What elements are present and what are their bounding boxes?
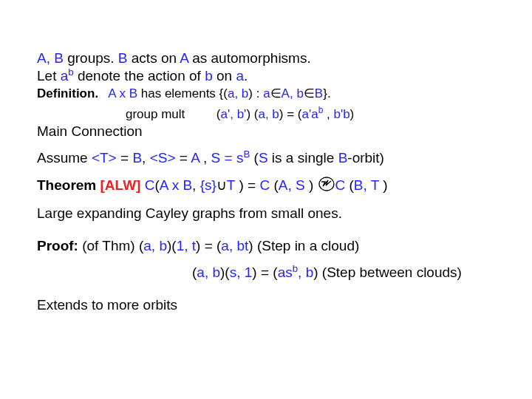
text: A x B (108, 86, 137, 100)
text: 1, t (177, 238, 196, 253)
text: C (140, 177, 154, 193)
text: A (180, 50, 192, 66)
text: , (142, 150, 150, 166)
text: ) = ( (196, 238, 221, 253)
text: a (61, 68, 69, 83)
text: ) = ( (279, 107, 302, 121)
text: ∈ (270, 86, 282, 100)
text: B (118, 50, 132, 66)
text: C (259, 177, 273, 193)
line-main-connection: Main Connection (37, 123, 502, 140)
text: b (205, 68, 216, 83)
text: a (263, 86, 270, 100)
text: , (192, 177, 200, 193)
zigzag-icon (318, 177, 335, 195)
text: ) = (239, 177, 259, 193)
text: ) = ( (252, 265, 277, 280)
text: a, b (143, 238, 167, 253)
text: )( (220, 265, 230, 280)
text: <T> (92, 150, 117, 166)
text: , b (298, 265, 313, 280)
text: B (243, 149, 250, 160)
text: ∪ (216, 177, 227, 193)
text: is a single (268, 150, 338, 166)
text: b (68, 66, 73, 78)
text: Extends to more orbits (37, 297, 177, 313)
line-large-expanding: Large expanding Cayley graphs from small… (37, 205, 502, 222)
text: a'a (301, 107, 318, 121)
slide-content: A, B groups. B acts on A as automorphism… (0, 0, 532, 399)
line-definition: Definition. A x B has elements {(a, b) :… (37, 86, 502, 101)
text: B, T (354, 177, 383, 193)
text: group mult (126, 107, 185, 121)
text: a, b (197, 265, 220, 280)
text: <S> (150, 150, 176, 166)
line-extends: Extends to more orbits (37, 297, 502, 313)
text: groups. (67, 50, 118, 66)
text: [ALW] (96, 177, 140, 193)
text: Definition. (37, 86, 98, 100)
text: T (227, 177, 239, 193)
text: denote the action of (74, 68, 205, 83)
text: a, bt (221, 238, 248, 253)
text: a (236, 68, 244, 83)
text: Proof: (37, 238, 78, 253)
text: (of Thm) ( (78, 238, 143, 253)
text: ) ( (246, 107, 258, 121)
text: B (315, 86, 323, 100)
text: S = s (211, 150, 244, 166)
text: ) (Step between clouds) (313, 265, 462, 280)
text: Assume (37, 150, 92, 166)
text: ( (250, 150, 259, 166)
text: }. (323, 86, 330, 100)
text: C (335, 177, 349, 193)
text: ) (383, 177, 387, 193)
line-proof: Proof: (of Thm) (a, b)(1, t) = (a, bt) (… (37, 238, 502, 254)
text: A x B (160, 177, 192, 193)
line-group-mult: group mult (a', b') (a, b) = (a'ab , b'b… (37, 107, 502, 122)
text: = (176, 150, 191, 166)
text: A, S (279, 177, 309, 193)
text: Main Connection (37, 123, 143, 139)
text: -orbit) (347, 150, 384, 166)
text: a, b (228, 86, 248, 100)
text: ) (350, 107, 355, 121)
line-assume: Assume <T> = B, <S> = A , S = sB (S is a… (37, 150, 502, 166)
text: ) (Step in a cloud) (248, 238, 359, 253)
text: A (191, 150, 203, 166)
text: Let (37, 68, 61, 83)
text: ) (309, 177, 318, 193)
text: has elements {( (137, 86, 228, 100)
text: ) : (248, 86, 263, 100)
text: b (293, 263, 298, 274)
text: {s} (200, 177, 216, 193)
text: on (216, 68, 236, 83)
text: a, b (258, 107, 279, 121)
text: ∈ (304, 86, 315, 100)
text: . (244, 68, 248, 83)
text: Theorem (37, 177, 96, 193)
text: , (203, 150, 211, 166)
text: b'b (333, 107, 349, 121)
line-groups: A, B groups. B acts on A as automorphism… (37, 50, 502, 66)
text: as (278, 265, 293, 280)
text: , (323, 107, 333, 121)
text: A, b (282, 86, 304, 100)
text: as automorphisms. (192, 50, 311, 66)
text: )( (167, 238, 177, 253)
line-proof-2: (a, b)(s, 1) = (asb, b) (Step between cl… (37, 265, 502, 281)
text: a', b' (221, 107, 247, 121)
text: acts on (132, 50, 180, 66)
text: B (132, 150, 142, 166)
text: = (117, 150, 133, 166)
text: B (338, 150, 348, 166)
line-action: Let ab denote the action of b on a. (37, 68, 502, 84)
text: S (259, 150, 268, 166)
text: Large expanding Cayley graphs from small… (37, 205, 342, 221)
text: A, B (37, 50, 67, 66)
text: s, 1 (230, 265, 253, 280)
line-theorem: Theorem [ALW] C(A x B, {s}∪T ) = C (A, S… (37, 177, 502, 195)
